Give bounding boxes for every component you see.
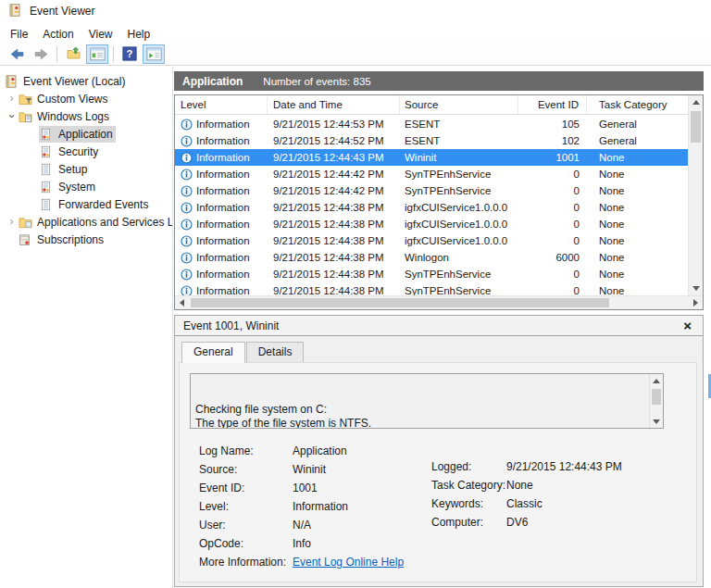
event-id-cell: 105: [518, 116, 587, 132]
menu-action[interactable]: Action: [43, 28, 73, 41]
toggle-action-pane-button[interactable]: [143, 44, 165, 64]
back-button[interactable]: [6, 44, 28, 64]
sidebar-item-application[interactable]: Application: [0, 125, 172, 143]
horizontal-scrollbar[interactable]: [175, 295, 703, 309]
expander-chevron-icon[interactable]: ›: [6, 110, 18, 122]
tab-general[interactable]: General: [181, 342, 245, 363]
column-header-source[interactable]: Source: [400, 95, 518, 114]
source-cell: SynTPEnhService: [400, 166, 518, 182]
folder-logs-icon: [19, 110, 33, 123]
column-header-task-category[interactable]: Task Category: [587, 95, 688, 114]
toolbar-separator: [113, 46, 114, 62]
sidebar-item-security[interactable]: Security: [0, 143, 172, 160]
tree-item-content[interactable]: Applications and Services Lo: [18, 214, 172, 231]
event-row[interactable]: Information9/21/2015 12:44:38 PMigfxCUIS…: [175, 216, 688, 232]
level-cell: Information: [175, 149, 268, 166]
sidebar-item-system[interactable]: System: [0, 178, 172, 195]
field-row-computer: Computer:DV6: [175, 513, 703, 532]
sidebar-item-windows-logs[interactable]: ›Windows Logs: [0, 107, 172, 125]
level-cell: Information: [175, 116, 268, 132]
expander-chevron-icon[interactable]: ›: [6, 93, 18, 105]
field-label: OpCode:: [199, 534, 243, 553]
close-icon[interactable]: [683, 318, 692, 334]
toggle-console-tree-button[interactable]: [86, 44, 108, 64]
right-arrow-icon: [693, 299, 698, 307]
sidebar-item-label: Applications and Services Lo: [37, 216, 172, 229]
help-icon: ?: [122, 46, 137, 61]
event-row[interactable]: Information9/21/2015 12:44:52 PMESENT102…: [175, 132, 688, 149]
info-icon: [181, 235, 193, 247]
event-row[interactable]: Information9/21/2015 12:44:53 PMESENT105…: [175, 116, 688, 132]
forward-button[interactable]: [30, 44, 52, 64]
column-header-event-id[interactable]: Event ID: [518, 95, 587, 114]
datetime-cell: 9/21/2015 12:44:38 PM: [268, 232, 400, 249]
vertical-scroll-thumb[interactable]: [691, 111, 701, 143]
event-row[interactable]: Information9/21/2015 12:44:38 PMWinlogon…: [175, 249, 688, 266]
level-label: Information: [196, 135, 250, 146]
description-scrollbar[interactable]: [649, 374, 663, 428]
open-saved-log-button[interactable]: [62, 44, 84, 64]
scroll-right-button[interactable]: [689, 296, 703, 309]
event-row[interactable]: Information9/21/2015 12:44:42 PMSynTPEnh…: [175, 166, 688, 182]
event-log-online-help-link[interactable]: Event Log Online Help: [293, 553, 404, 571]
sidebar-divider[interactable]: [172, 67, 173, 588]
tab-details[interactable]: Details: [246, 342, 305, 362]
event-row[interactable]: Information9/21/2015 12:44:42 PMSynTPEnh…: [175, 182, 688, 199]
level-label: Information: [196, 169, 250, 180]
tree-item-content[interactable]: System: [39, 179, 98, 195]
sidebar-item-subscriptions[interactable]: Subscriptions: [0, 231, 172, 248]
level-label: Information: [196, 185, 250, 196]
help-button[interactable]: ?: [118, 44, 141, 64]
datetime-cell: 9/21/2015 12:44:38 PM: [268, 282, 400, 295]
vertical-scrollbar[interactable]: [688, 95, 703, 295]
event-row[interactable]: Information9/21/2015 12:44:43 PMWininit1…: [175, 149, 688, 166]
level-cell: Information: [175, 266, 268, 282]
menu-view[interactable]: View: [89, 28, 113, 41]
menu-file[interactable]: File: [10, 28, 28, 41]
folder-filter-icon: [19, 93, 33, 106]
task-category-cell: None: [587, 266, 688, 282]
field-value: Info: [293, 534, 311, 553]
info-icon: [181, 185, 193, 197]
tree-item-content[interactable]: Subscriptions: [18, 231, 106, 248]
sidebar-item-setup[interactable]: Setup: [0, 160, 172, 178]
horizontal-scroll-thumb[interactable]: [191, 298, 609, 307]
event-description-box[interactable]: Checking file system on C:The type of th…: [190, 373, 664, 429]
menu-help[interactable]: Help: [128, 28, 151, 41]
source-cell: igfxCUIService1.0.0.0: [400, 216, 518, 232]
event-row[interactable]: Information9/21/2015 12:44:38 PMSynTPEnh…: [175, 266, 688, 282]
down-arrow-icon: [653, 419, 660, 424]
datetime-cell: 9/21/2015 12:44:43 PM: [268, 149, 400, 166]
description-scroll-thumb[interactable]: [652, 389, 661, 405]
column-header-level[interactable]: Level: [175, 95, 268, 114]
tree-item-content[interactable]: Application: [39, 126, 116, 143]
event-row[interactable]: Information9/21/2015 12:44:38 PMigfxCUIS…: [175, 199, 688, 216]
tree-item-content[interactable]: Forwarded Events: [39, 196, 151, 213]
forward-arrow-icon: [33, 46, 49, 62]
scroll-down-button[interactable]: [689, 281, 703, 295]
scroll-up-button[interactable]: [650, 374, 663, 387]
sidebar-item-event-viewer-local[interactable]: Event Viewer (Local): [0, 72, 172, 90]
event-id-cell: 0: [518, 232, 587, 249]
event-row[interactable]: Information9/21/2015 12:44:38 PMSynTPEnh…: [175, 282, 688, 295]
scroll-left-button[interactable]: [175, 296, 189, 309]
source-cell: igfxCUIService1.0.0.0: [400, 232, 518, 249]
scroll-up-button[interactable]: [689, 95, 703, 109]
event-viewer-icon: [5, 75, 19, 88]
event-row[interactable]: Information9/21/2015 12:44:38 PMigfxCUIS…: [175, 232, 688, 249]
tree-item-content[interactable]: Windows Logs: [18, 108, 112, 125]
sidebar-item-forwarded-events[interactable]: Forwarded Events: [0, 195, 172, 213]
tree-item-content[interactable]: Event Viewer (Local): [4, 73, 129, 90]
sidebar-item-custom-views[interactable]: ›Custom Views: [0, 90, 172, 107]
scroll-down-button[interactable]: [650, 415, 663, 428]
level-label: Information: [196, 119, 250, 130]
column-header-date-and-time[interactable]: Date and Time: [268, 95, 400, 114]
tree-item-content[interactable]: Setup: [39, 161, 90, 178]
tree-item-content[interactable]: Security: [39, 144, 101, 160]
event-id-cell: 0: [518, 182, 587, 199]
datetime-cell: 9/21/2015 12:44:42 PM: [268, 182, 400, 199]
tree-item-content[interactable]: Custom Views: [18, 91, 110, 107]
expander-chevron-icon[interactable]: ›: [6, 216, 18, 228]
log-title: Application: [182, 75, 243, 88]
sidebar-item-applications-and-services-lo[interactable]: ›Applications and Services Lo: [0, 213, 172, 231]
